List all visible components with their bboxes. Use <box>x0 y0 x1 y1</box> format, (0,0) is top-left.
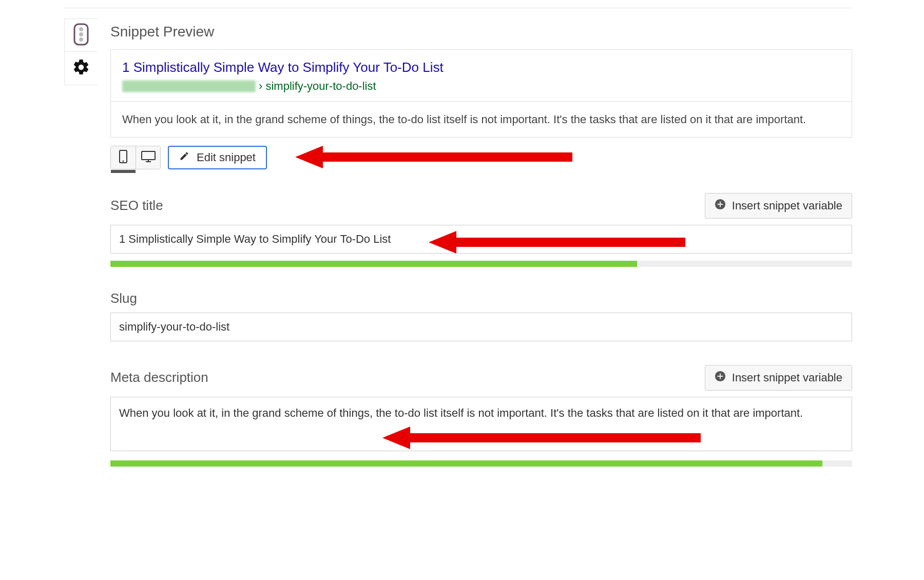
edit-snippet-button[interactable]: Edit snippet <box>168 146 267 169</box>
meta-description-field-block: Meta description Insert snippet variable <box>110 365 852 467</box>
insert-variable-button[interactable]: Insert snippet variable <box>705 365 852 391</box>
divider <box>64 8 852 8</box>
seo-title-input[interactable] <box>110 225 852 254</box>
insert-variable-label: Insert snippet variable <box>732 371 842 384</box>
annotation-arrow <box>295 144 572 170</box>
plus-circle-icon <box>715 371 726 385</box>
svg-rect-14 <box>717 376 723 377</box>
device-active-indicator <box>111 170 136 173</box>
side-tab-list <box>64 18 98 85</box>
meta-description-progress <box>110 460 852 467</box>
svg-point-1 <box>79 27 83 31</box>
slug-input[interactable] <box>110 313 852 341</box>
edit-snippet-label: Edit snippet <box>197 151 256 164</box>
svg-point-3 <box>79 37 83 42</box>
svg-rect-10 <box>717 204 723 205</box>
device-toggle <box>110 146 161 169</box>
pencil-icon <box>179 151 189 164</box>
preview-host-blurred <box>122 81 256 92</box>
slug-field-block: Slug <box>110 291 852 341</box>
svg-marker-7 <box>295 146 572 168</box>
meta-description-input[interactable] <box>110 397 852 451</box>
preview-title: 1 Simplistically Simple Way to Simplify … <box>122 59 840 76</box>
traffic-light-icon <box>73 23 89 48</box>
svg-rect-6 <box>142 151 155 160</box>
plus-circle-icon <box>715 199 726 213</box>
slug-label: Slug <box>110 291 137 306</box>
tab-readability[interactable] <box>64 18 98 52</box>
seo-title-progress-bar <box>110 261 637 267</box>
seo-title-label: SEO title <box>110 198 163 214</box>
mobile-icon <box>119 149 128 166</box>
svg-point-5 <box>123 160 124 162</box>
preview-description: When you look at it, in the grand scheme… <box>111 102 852 137</box>
gear-icon <box>72 58 90 79</box>
section-title: Snippet Preview <box>110 24 852 40</box>
svg-point-2 <box>79 32 83 36</box>
tab-settings[interactable] <box>64 52 98 85</box>
meta-description-label: Meta description <box>110 370 208 385</box>
insert-variable-label: Insert snippet variable <box>732 199 842 212</box>
insert-variable-button[interactable]: Insert snippet variable <box>705 193 852 219</box>
device-mobile-button[interactable] <box>111 146 136 169</box>
desktop-icon <box>141 150 156 165</box>
snippet-preview-card: 1 Simplistically Simple Way to Simplify … <box>110 49 852 138</box>
seo-title-field-block: SEO title Insert snippet variable <box>110 193 852 267</box>
preview-slug: › simplify-your-to-do-list <box>259 80 376 93</box>
device-desktop-button[interactable] <box>136 146 160 169</box>
preview-url: › simplify-your-to-do-list <box>122 80 840 93</box>
seo-title-progress <box>110 261 852 267</box>
meta-description-progress-bar <box>110 460 822 467</box>
